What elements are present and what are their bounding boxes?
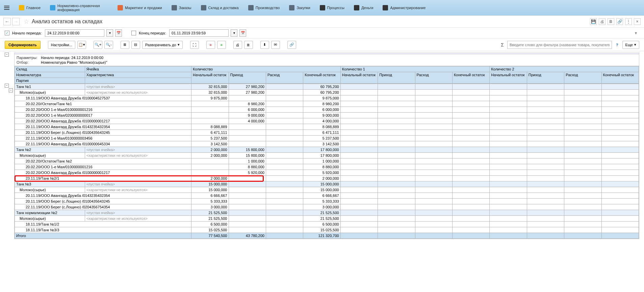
start-period-calendar-icon[interactable]: 📅 <box>115 29 122 37</box>
party-row[interactable]: 18.11.19/Танк №3/315 025,50015 025,500 <box>15 227 639 233</box>
nom-row[interactable]: Молоко(сырье)<характеристики не использу… <box>15 153 639 158</box>
end-period-input[interactable] <box>169 29 229 37</box>
list-icon[interactable]: ≣ <box>121 41 129 49</box>
party-row[interactable]: 22.11.19/ООО Берег (с.Лощино) /020435675… <box>15 204 639 210</box>
print-button[interactable]: 🖨 <box>233 41 242 49</box>
highlight-red-icon[interactable]: ≡ <box>206 41 215 49</box>
party-row[interactable]: 20.02.20/ООО Авангард Дружба /0100000001… <box>15 118 639 124</box>
party-row[interactable]: 20.02.20/ООО 1-е Мая/01000000012168 880,… <box>15 164 639 170</box>
attach-link-icon[interactable]: 🔗 <box>287 41 296 49</box>
menu-item[interactable]: Нормативно-справочная информация <box>45 2 113 13</box>
close-icon[interactable]: × <box>634 18 641 25</box>
tank-row[interactable]: Танк №1<пустая ячейка>32 815,00027 980,2… <box>15 84 639 90</box>
party-row[interactable]: 20.11.19/ООО Авангард Дружба /0143235432… <box>15 124 639 130</box>
menu-label: Процессы <box>327 6 344 10</box>
party-row[interactable]: 20.02.20/ООО Авангард Дружба /0100000001… <box>15 170 639 176</box>
print-preview-icon[interactable]: 🗎 <box>244 41 253 49</box>
nom-row[interactable]: Молоко(сырье)<характеристики не использу… <box>15 90 639 95</box>
page-title: Анализ остатков на складах <box>32 19 102 25</box>
menu-item[interactable]: Деньги <box>349 2 378 13</box>
menu-item[interactable]: Склад и доставка <box>196 2 243 13</box>
party-row[interactable]: 20.02.20//Остаток/Танк №21 000,0001 000,… <box>15 158 639 164</box>
filter-value: Номенклатура Равно "Молоко(сырье)" <box>41 60 637 64</box>
collapse-icon[interactable]: − <box>5 53 9 57</box>
party-row[interactable]: 20.02.20/ООО 1-е Мая/01000000012166 000,… <box>15 107 639 113</box>
end-period-dropdown[interactable]: ▾ <box>231 29 237 37</box>
party-row[interactable]: 20.11.19/ООО Берег (с.Лощино) /010043564… <box>15 199 639 204</box>
nom-row[interactable]: Молоко(сырье)<характеристики не использу… <box>15 187 639 193</box>
params-label: Параметры: <box>17 56 41 60</box>
zoom-out-icon[interactable]: 🔍- <box>104 41 113 49</box>
party-row[interactable]: 20.11.19/ООО Авангард Дружба /0143235432… <box>15 193 639 199</box>
form-button[interactable]: Сформировать <box>5 41 41 49</box>
collapse-icon[interactable]: − <box>5 84 9 88</box>
highlight-green-icon[interactable]: ≡ <box>217 41 226 49</box>
main-menu: ГлавноеНормативно-справочная информацияМ… <box>0 0 644 16</box>
menu-item[interactable]: Закупки <box>284 2 315 13</box>
search-input[interactable] <box>507 41 612 49</box>
menu-item[interactable]: Заказы <box>167 2 196 13</box>
print-icon[interactable]: 🖨 <box>599 18 606 25</box>
more-icon[interactable]: ⋮ <box>625 18 632 25</box>
start-period-input[interactable] <box>45 29 104 37</box>
link-icon[interactable]: 🔗 <box>616 18 623 25</box>
tree-gutter: − − − <box>5 53 14 239</box>
menu-icon <box>354 5 359 10</box>
party-row[interactable]: 18.11.19/ООО Авангард Дружба /0100004527… <box>15 95 639 101</box>
expand-button[interactable]: Разворачивать до ▾ <box>142 41 183 49</box>
party-row[interactable]: 23.11.19/Танк №2/12 000,0002 000,000 <box>15 176 639 181</box>
menu-icon <box>383 5 388 10</box>
party-row[interactable]: 20.02.20/ООО 1-е Мая/02000000000179 000,… <box>15 113 639 118</box>
save-icon[interactable]: 💾 <box>590 18 597 25</box>
menu-icon <box>118 5 123 10</box>
party-row[interactable]: 20.11.19/ООО Берег (с.Лощино) /010043564… <box>15 130 639 136</box>
menu-item[interactable]: Главное <box>14 2 45 13</box>
start-period-dropdown[interactable]: ▾ <box>106 29 113 37</box>
tree-icon[interactable]: ⊟ <box>131 41 140 49</box>
favorite-icon[interactable]: ☆ <box>24 18 29 25</box>
filter-bar: Начало периода: ▾ 📅 Конец периода: ▾ 📅 ▼ <box>0 28 644 38</box>
menu-icon <box>50 5 55 10</box>
toolbar: Сформировать Настройки... 📋▾ 🔍+ 🔍- ≣ ⊟ Р… <box>0 38 644 51</box>
email-icon[interactable]: ✉ <box>271 41 280 49</box>
nav-forward-button[interactable]: → <box>12 18 20 25</box>
party-row[interactable]: 22.11.19/ООО Авангард Дружба /0100000645… <box>15 141 639 147</box>
tank-row[interactable]: Танк нормализации №2<пустая ячейка>21 52… <box>15 210 639 216</box>
party-row[interactable]: 18.11.19/Танк №1/26 500,0006 500,000 <box>15 222 639 227</box>
nav-back-button[interactable]: ← <box>3 18 11 25</box>
zoom-in-icon[interactable]: 🔍+ <box>94 41 102 49</box>
sigma-icon[interactable]: Σ <box>501 42 504 48</box>
menu-icon <box>172 5 177 10</box>
menu-label: Закупки <box>297 6 310 10</box>
party-row[interactable]: 20.02.20//Остаток/Танк №18 980,2008 980,… <box>15 101 639 107</box>
fullscreen-icon[interactable]: ⛶ <box>190 41 199 49</box>
menu-icon <box>248 5 254 10</box>
menu-item[interactable]: Маркетинг и продажи <box>113 2 167 13</box>
copy-button[interactable]: 📋▾ <box>77 41 86 49</box>
tank-row[interactable]: Танк №2<пустая ячейка>2 000,00015 800,00… <box>15 147 639 153</box>
total-row: Итого77 540,50043 780,200121 320,700 <box>15 233 639 239</box>
menu-label: Нормативно-справочная информация <box>57 4 108 12</box>
menu-label: Производство <box>256 6 280 10</box>
tank-row[interactable]: Танк №3<пустая ячейка>15 000,00015 000,0… <box>15 181 639 187</box>
end-period-calendar-icon[interactable]: 📅 <box>239 29 246 37</box>
filter-toggle-icon[interactable]: ▼ <box>633 30 639 36</box>
nom-row[interactable]: Молоко(сырье)<характеристики не использу… <box>15 216 639 222</box>
filter-label: Отбор: <box>17 60 41 64</box>
menu-item[interactable]: Производство <box>243 2 285 13</box>
end-period-checkbox[interactable] <box>131 31 136 35</box>
export-icon[interactable]: ⬇ <box>260 41 269 49</box>
help-icon[interactable]: ? <box>616 43 618 47</box>
menu-item[interactable]: Администрирование <box>378 2 430 13</box>
start-period-checkbox[interactable] <box>5 31 9 35</box>
menu-label: Заказы <box>179 6 191 10</box>
more-button[interactable]: Еще ▾ <box>622 41 639 49</box>
report-header: Склад Ячейка Количество Количество 1 Кол… <box>15 66 639 84</box>
collapse-icon[interactable]: − <box>9 88 13 92</box>
menu-item[interactable]: Процессы <box>315 2 349 13</box>
settings-button[interactable]: Настройки... <box>48 41 75 49</box>
party-row[interactable]: 22.11.19/ООО 1-е Мая/01000000034565 237,… <box>15 136 639 141</box>
hamburger-icon[interactable] <box>3 4 11 12</box>
report-body: Параметры: Начало периода: 24.12.2019 0:… <box>14 53 639 239</box>
preview-icon[interactable]: 🗎 <box>608 18 614 25</box>
